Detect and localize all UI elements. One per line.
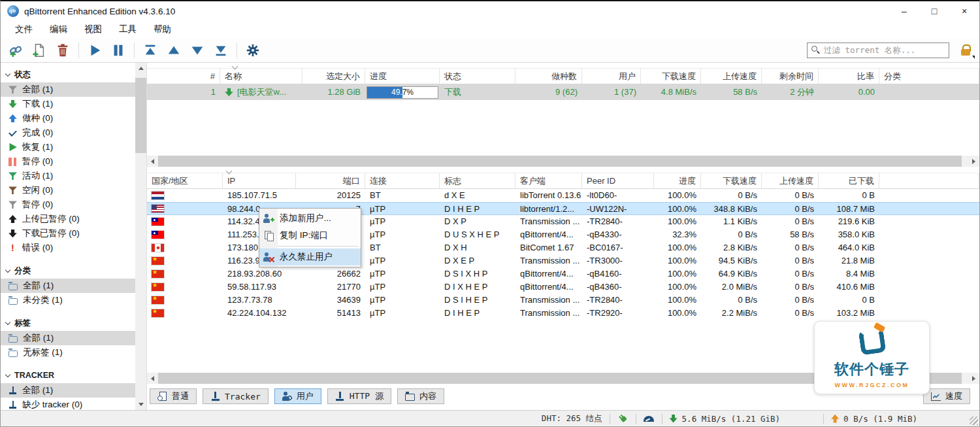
move-top-button[interactable] xyxy=(140,41,160,60)
sidebar-item[interactable]: 错误 (0) xyxy=(1,241,135,255)
pause-button[interactable] xyxy=(108,41,128,60)
column-header[interactable]: 状态 xyxy=(440,69,515,84)
sidebar-item[interactable]: 空闲 (0) xyxy=(1,183,135,197)
close-button[interactable]: × xyxy=(949,1,979,21)
menu-item[interactable]: 编辑 xyxy=(42,22,75,37)
peer-row[interactable]: 185.107.71.5 20125 BT d X E libTorrent 0… xyxy=(147,189,979,202)
toolbar-separator xyxy=(134,43,135,58)
sidebar-item[interactable]: 无标签 (1) xyxy=(1,345,135,360)
tab-button[interactable]: 普通 xyxy=(150,388,197,404)
column-header[interactable]: 上传速度 xyxy=(701,69,762,84)
torrent-hscrollbar[interactable] xyxy=(147,156,979,167)
column-header[interactable]: 下载速度 xyxy=(641,69,701,84)
tab-button[interactable]: HTTP 源 xyxy=(327,388,391,404)
peer-row[interactable]: 218.93.208.60 26662 µTP D S I X H P qBit… xyxy=(147,267,979,281)
sidebar-section-trackers[interactable]: TRACKER xyxy=(1,367,135,383)
context-menu-item[interactable]: 复制 IP:端口 xyxy=(259,227,361,244)
sidebar-scrollbar[interactable] xyxy=(135,63,146,410)
column-header[interactable]: 下载速度 xyxy=(701,173,762,188)
context-menu-item[interactable]: 永久禁止用户 xyxy=(259,248,361,265)
sidebar-item[interactable]: 全部 (1) xyxy=(1,279,135,293)
sidebar-section-status[interactable]: 状态 xyxy=(1,67,135,82)
sidebar-item[interactable]: 暂停 (0) xyxy=(1,154,135,169)
context-menu-item[interactable]: 添加新用户... xyxy=(259,210,361,227)
add-torrent-file-button[interactable] xyxy=(29,41,49,60)
peer-row[interactable]: 123.7.73.78 34639 µTP D S I H E P Transm… xyxy=(147,294,979,307)
menu-item[interactable]: 视图 xyxy=(76,22,110,37)
maximize-button[interactable]: □ xyxy=(919,1,949,21)
scrollbar-thumb[interactable] xyxy=(158,156,962,167)
minimize-button[interactable]: – xyxy=(889,1,919,21)
column-header[interactable]: 上传速度 xyxy=(762,173,819,188)
sidebar-item[interactable]: 完成 (0) xyxy=(1,126,135,140)
scroll-right-button[interactable] xyxy=(968,156,979,167)
pane-splitter[interactable] xyxy=(147,167,979,173)
column-header[interactable]: 标志 xyxy=(440,173,515,188)
column-header[interactable]: 剩余时间 xyxy=(762,69,819,84)
sidebar-item[interactable]: 全部 (1) xyxy=(1,383,135,398)
menu-item[interactable]: 帮助 xyxy=(146,22,179,37)
menu-item[interactable]: 工具 xyxy=(111,22,144,37)
column-header[interactable]: Peer ID xyxy=(582,173,654,188)
scroll-left-button[interactable] xyxy=(147,156,158,167)
menu-item[interactable]: 文件 xyxy=(7,22,41,37)
delete-button[interactable] xyxy=(53,41,73,60)
peer-row[interactable]: 59.58.117.93 21770 µTP D I X H E P qBitt… xyxy=(147,281,979,294)
tab-button[interactable]: Tracker xyxy=(203,388,269,404)
column-header[interactable]: 做种数 xyxy=(515,69,582,84)
column-header[interactable]: 客户端 xyxy=(515,173,582,188)
column-header[interactable]: 端口 xyxy=(296,173,365,188)
column-header[interactable]: IP xyxy=(223,173,296,188)
column-header[interactable]: 进度 xyxy=(654,173,701,188)
sidebar-section-categories[interactable]: 分类 xyxy=(1,263,135,279)
column-header[interactable]: 选定大小 xyxy=(302,69,365,84)
sidebar-item[interactable]: 缺少 tracker (0) xyxy=(1,398,135,410)
scrollbar-thumb[interactable] xyxy=(135,78,146,153)
search-input[interactable] xyxy=(824,45,945,55)
tab-button[interactable]: 内容 xyxy=(397,388,444,404)
options-button[interactable] xyxy=(243,41,263,60)
sidebar-item[interactable]: 上传已暂停 (0) xyxy=(1,212,135,226)
column-header[interactable]: 连接 xyxy=(365,173,440,188)
sidebar-item[interactable]: 恢复 (1) xyxy=(1,140,135,154)
scroll-down-button[interactable] xyxy=(135,399,146,410)
tab-button-speed[interactable]: 速度 xyxy=(923,388,970,404)
resume-button[interactable] xyxy=(85,41,105,60)
alt-speed-toggle-icon[interactable] xyxy=(644,414,655,423)
column-header[interactable]: 已下载 xyxy=(819,173,879,188)
column-header[interactable]: 分类 xyxy=(879,69,979,84)
column-header[interactable]: 进度 xyxy=(365,69,440,84)
column-header[interactable]: # xyxy=(147,69,220,84)
scroll-up-button[interactable] xyxy=(135,63,146,74)
torrent-name-cell: [电影天堂w... xyxy=(220,84,302,100)
sidebar-item[interactable]: 下载已暂停 (0) xyxy=(1,226,135,241)
upload-speed-status[interactable]: 0 B/s (1.9 MiB) xyxy=(831,414,917,424)
scroll-right-button[interactable] xyxy=(968,373,979,384)
sidebar-item[interactable]: 活动 (1) xyxy=(1,169,135,183)
lock-button[interactable] xyxy=(957,42,974,59)
column-header[interactable]: 比率 xyxy=(819,69,879,84)
column-header[interactable]: 用户 xyxy=(582,69,641,84)
sidebar-item[interactable]: 下载 (1) xyxy=(1,97,135,111)
context-menu-item[interactable] xyxy=(278,246,359,247)
sidebar-section-tags[interactable]: 标签 xyxy=(1,315,135,331)
resize-grip[interactable] xyxy=(970,417,978,425)
tab-label: 速度 xyxy=(945,390,962,402)
sidebar-item[interactable]: 全部 (1) xyxy=(1,82,135,97)
add-torrent-link-button[interactable] xyxy=(6,41,25,60)
move-down-button[interactable] xyxy=(188,41,207,60)
torrent-row[interactable]: 1 [电影天堂w... 1.28 GiB 49.7% 49.7% 下载 9 (6… xyxy=(147,84,979,100)
column-header[interactable]: 国家/地区 xyxy=(147,173,223,188)
move-up-button[interactable] xyxy=(164,41,184,60)
sidebar-item-icon xyxy=(8,298,18,305)
tab-button[interactable]: 用户 xyxy=(274,388,321,404)
sidebar-item[interactable]: 全部 (1) xyxy=(1,331,135,345)
scroll-left-button[interactable] xyxy=(147,373,158,384)
sidebar-item[interactable]: 做种 (0) xyxy=(1,111,135,126)
sidebar-item[interactable]: 未分类 (1) xyxy=(1,293,135,307)
column-header[interactable]: 名称 xyxy=(220,69,302,84)
peer-row[interactable]: 42.224.104.132 51413 µTP D I H E P Trans… xyxy=(147,307,979,320)
sidebar-item[interactable]: 暂停 (0) xyxy=(1,197,135,212)
move-bottom-button[interactable] xyxy=(211,41,231,60)
download-speed-status[interactable]: 5.6 MiB/s (1.21 GiB) xyxy=(670,414,817,424)
